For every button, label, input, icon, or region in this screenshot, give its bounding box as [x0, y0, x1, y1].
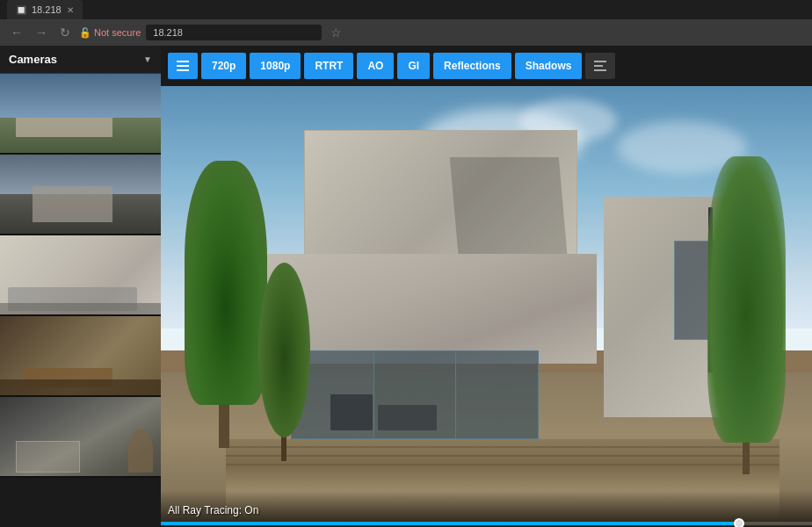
sidebar-images: [0, 74, 161, 527]
tab-bar: 🔲 18.218 ✕: [0, 0, 812, 19]
menu-button[interactable]: [168, 53, 198, 79]
rendered-scene: All Ray Tracing: On: [161, 86, 812, 527]
thumbnail-5[interactable]: [0, 397, 161, 478]
tree-center-left: [258, 263, 310, 461]
status-text: All Ray Tracing: On: [161, 501, 812, 520]
thumbnail-3[interactable]: [0, 235, 161, 316]
ao-button[interactable]: AO: [357, 53, 394, 79]
back-button[interactable]: ←: [7, 24, 26, 41]
progress-handle[interactable]: [734, 518, 744, 527]
bookmark-button[interactable]: ☆: [327, 24, 345, 41]
thumbnail-1[interactable]: [0, 74, 161, 155]
progress-bar-fill: [161, 522, 734, 525]
settings-button[interactable]: [585, 53, 615, 79]
cameras-dropdown-icon[interactable]: ▼: [143, 54, 152, 64]
reload-button[interactable]: ↻: [56, 24, 74, 41]
security-indicator[interactable]: 🔓 Not secure: [79, 27, 141, 39]
tab-favicon: 🔲: [16, 5, 26, 15]
1080p-button[interactable]: 1080p: [250, 53, 301, 79]
browser-chrome: 🔲 18.218 ✕ ← → ↻ 🔓 Not secure ☆ Apps Gma…: [0, 0, 812, 46]
viewport-area[interactable]: All Ray Tracing: On: [161, 86, 812, 527]
address-input[interactable]: [146, 25, 322, 40]
sidebar-header: Cameras ▼: [0, 46, 161, 74]
rtrt-button[interactable]: RTRT: [304, 53, 353, 79]
app-container: Cameras ▼: [0, 46, 812, 527]
address-bar: ← → ↻ 🔓 Not secure ☆: [0, 19, 812, 46]
720p-button[interactable]: 720p: [201, 53, 246, 79]
browser-tab[interactable]: 🔲 18.218 ✕: [7, 0, 83, 19]
interior-visible: [304, 359, 526, 430]
shadows-button[interactable]: Shadows: [515, 53, 583, 79]
shadow-on-block: [450, 157, 568, 262]
reflections-button[interactable]: Reflections: [433, 53, 511, 79]
sidebar-title: Cameras: [9, 53, 57, 66]
status-bar: All Ray Tracing: On: [161, 490, 812, 527]
thumbnail-4[interactable]: [0, 316, 161, 397]
thumbnail-2[interactable]: [0, 155, 161, 235]
hamburger-icon: [177, 61, 189, 71]
tab-close-button[interactable]: ✕: [67, 5, 74, 15]
tab-title: 18.218: [32, 4, 62, 15]
toolbar: 720p 1080p RTRT AO GI Reflections Shadow…: [161, 46, 812, 86]
progress-bar[interactable]: [161, 522, 812, 525]
tree-right: [707, 156, 786, 473]
settings-icon: [594, 61, 606, 71]
forward-button[interactable]: →: [32, 24, 51, 41]
gi-button[interactable]: GI: [397, 53, 430, 79]
sidebar: Cameras ▼: [0, 46, 161, 527]
main-viewport: 720p 1080p RTRT AO GI Reflections Shadow…: [161, 46, 812, 527]
